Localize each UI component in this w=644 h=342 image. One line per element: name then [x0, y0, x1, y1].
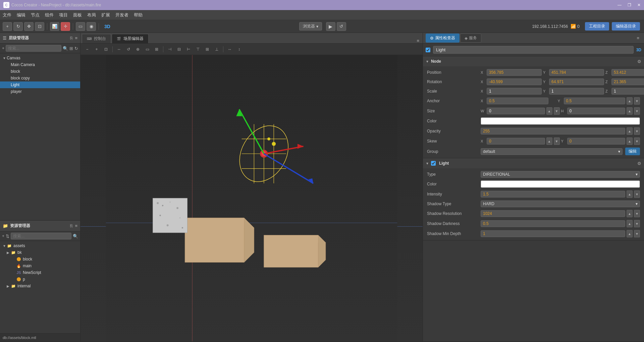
scene-move-btn[interactable]: ↔ — [115, 46, 123, 53]
menu-file[interactable]: 文件 — [3, 12, 11, 18]
scale-y-input[interactable] — [549, 88, 604, 95]
tree-item-block-copy[interactable]: block copy — [0, 75, 80, 81]
menu-developer[interactable]: 开发者 — [115, 12, 128, 18]
maximize-btn[interactable]: ❐ — [628, 3, 631, 7]
asset-item-main[interactable]: 🔥 main — [0, 263, 80, 269]
intensity-up[interactable]: ▲ — [627, 190, 633, 198]
asset-item-block[interactable]: block — [0, 256, 80, 263]
tab-inspector[interactable]: ⚙ 属性检查器 — [426, 34, 460, 43]
tree-item-main-camera[interactable]: Main Camera — [0, 61, 80, 68]
hierarchy-add-icon[interactable]: + — [2, 46, 4, 51]
asset-item-internal[interactable]: ▶ 📁 internal — [0, 283, 80, 289]
scene-zoom-out-btn[interactable]: − — [83, 46, 91, 53]
shadow-depth-up[interactable]: ▲ — [627, 230, 633, 237]
node-name-input[interactable] — [433, 46, 634, 54]
toolbar-snap-btn[interactable]: ✛ — [61, 22, 70, 31]
browser-dropdown[interactable]: 浏览器 ▾ — [299, 22, 322, 31]
size-h-input[interactable] — [567, 108, 626, 114]
scene-scale-btn[interactable]: ⊕ — [134, 46, 142, 53]
scene-rotate-btn[interactable]: ↺ — [124, 46, 132, 53]
scene-align-right[interactable]: ⊢ — [184, 46, 193, 53]
skew-x-input[interactable] — [487, 138, 545, 145]
shadow-depth-down[interactable]: ▼ — [634, 230, 640, 237]
size-w-down[interactable]: ▼ — [554, 107, 560, 115]
section-light-header[interactable]: ▼ Light ⚙ — [423, 158, 644, 168]
anchor-y-down[interactable]: ▼ — [634, 97, 640, 105]
asset-item-bk[interactable]: ▶ 📁 bk — [0, 249, 80, 256]
asset-item-newscript[interactable]: JS NewScript — [0, 269, 80, 276]
center-menu-icon[interactable]: ≡ — [415, 38, 421, 43]
shadow-darkness-input[interactable] — [481, 220, 625, 227]
anchor-y-up[interactable]: ▲ — [627, 97, 633, 105]
rot-y-input[interactable] — [549, 78, 604, 85]
menu-node[interactable]: 节点 — [31, 12, 40, 18]
tab-service[interactable]: ◈ 服务 — [460, 34, 481, 43]
tab-scene-editor[interactable]: 🎬 场景编辑器 — [112, 34, 148, 43]
shadow-type-dropdown[interactable]: HARD ▾ — [481, 201, 640, 207]
assets-copy-icon[interactable]: ⎘ — [70, 223, 73, 228]
skew-y-down[interactable]: ▼ — [634, 137, 640, 145]
opacity-down[interactable]: ▼ — [634, 127, 640, 135]
menu-extend[interactable]: 扩展 — [101, 12, 110, 18]
opacity-input[interactable] — [481, 128, 625, 134]
scene-align-center-v[interactable]: ⊞ — [203, 46, 211, 53]
assets-search-input[interactable] — [11, 233, 71, 239]
scene-rect-btn[interactable]: ▭ — [143, 46, 151, 53]
toolbar-add-btn[interactable]: + — [3, 22, 12, 31]
hierarchy-search-icon[interactable]: 🔍 — [63, 46, 68, 51]
hierarchy-filter-icon[interactable]: ⊞ — [69, 46, 73, 51]
menu-project[interactable]: 项目 — [59, 12, 68, 18]
size-w-input[interactable] — [487, 108, 545, 114]
scene-snap-btn[interactable]: ⊞ — [153, 46, 161, 53]
opacity-up[interactable]: ▲ — [627, 127, 633, 135]
project-dir-btn[interactable]: 工程目录 — [585, 22, 609, 31]
pos-z-input[interactable] — [611, 69, 644, 76]
assets-add-icon[interactable]: + — [2, 234, 4, 238]
light-enabled-checkbox[interactable] — [431, 161, 436, 166]
shadow-res-up[interactable]: ▲ — [627, 210, 633, 217]
toolbar-move-btn[interactable]: ✥ — [24, 22, 34, 31]
tab-console[interactable]: ⌨ 控制台 — [82, 34, 111, 43]
tree-item-player[interactable]: player — [0, 88, 80, 95]
intensity-input[interactable] — [481, 191, 625, 197]
scale-x-input[interactable] — [487, 88, 542, 95]
scene-align-center-h[interactable]: ⊟ — [175, 46, 183, 53]
scene-align-left[interactable]: ⊣ — [166, 46, 174, 53]
skew-y-input[interactable] — [567, 138, 626, 145]
pos-x-input[interactable] — [487, 69, 542, 76]
anchor-x-input[interactable] — [487, 98, 548, 104]
skew-x-up[interactable]: ▲ — [546, 137, 552, 145]
close-btn[interactable]: ✕ — [637, 3, 641, 7]
scene-spacing-v[interactable]: ↕ — [235, 46, 243, 53]
size-h-up[interactable]: ▲ — [627, 107, 633, 115]
hierarchy-search-input[interactable] — [6, 45, 61, 52]
group-dropdown[interactable]: default ▾ — [481, 148, 623, 155]
skew-y-up[interactable]: ▲ — [627, 137, 633, 145]
hierarchy-menu-icon[interactable]: ≡ — [75, 36, 77, 41]
light-section-gear[interactable]: ⚙ — [637, 161, 641, 166]
rot-z-input[interactable] — [611, 78, 644, 85]
intensity-down[interactable]: ▼ — [634, 190, 640, 198]
minimize-btn[interactable]: — — [618, 3, 622, 7]
toolbar-play-btn[interactable]: ▶ — [326, 22, 335, 31]
node-section-gear[interactable]: ⚙ — [637, 59, 641, 64]
toolbar-refresh-btn[interactable]: ↻ — [13, 22, 23, 31]
menu-component[interactable]: 组件 — [45, 12, 54, 18]
inspector-menu-icon[interactable]: ≡ — [635, 36, 641, 41]
scene-view[interactable]: 使用鼠标右键旋转视角，使用滚轮缩放视图 — [80, 55, 423, 341]
anchor-y-input[interactable] — [564, 98, 626, 104]
menu-edit[interactable]: 编辑 — [17, 12, 25, 18]
size-h-down[interactable]: ▼ — [634, 107, 640, 115]
editor-dir-btn[interactable]: 编辑器目录 — [612, 22, 640, 31]
menu-panel[interactable]: 面板 — [73, 12, 82, 18]
hierarchy-refresh-icon[interactable]: ↻ — [74, 46, 78, 51]
node-active-checkbox[interactable] — [426, 48, 430, 52]
pos-y-input[interactable] — [549, 69, 604, 76]
light-color-swatch[interactable] — [481, 180, 640, 188]
scene-align-top[interactable]: ⊤ — [194, 46, 202, 53]
assets-search-icon[interactable]: 🔍 — [73, 234, 78, 239]
shadow-resolution-input[interactable] — [481, 210, 625, 217]
shadow-dark-up[interactable]: ▲ — [627, 220, 633, 227]
section-node-header[interactable]: ▼ Node ⚙ — [423, 56, 644, 66]
skew-x-down[interactable]: ▼ — [554, 137, 560, 145]
